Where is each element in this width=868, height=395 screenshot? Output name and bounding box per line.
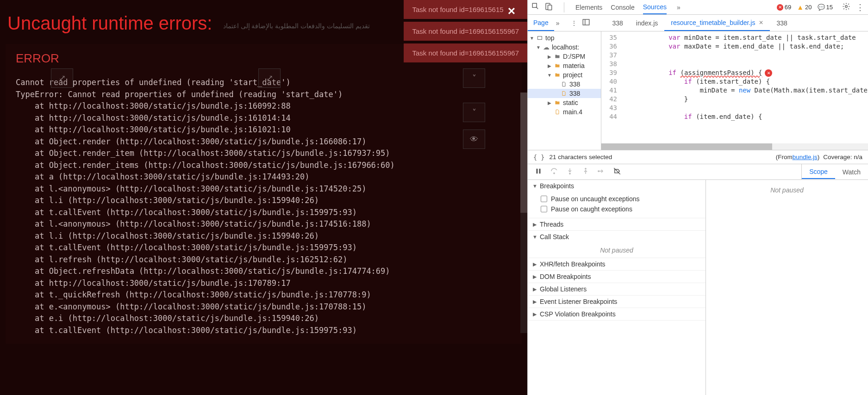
debugger-tools <box>528 164 801 179</box>
tab-sources[interactable]: Sources <box>643 0 667 14</box>
section-threads[interactable]: ▶Threads <box>528 218 706 230</box>
file-tree[interactable]: ▼top ▼☁localhost: ▶D:/SPM▶materia▼projec… <box>528 31 601 150</box>
editor-status-bar: { } 21 characters selected (From bundle.… <box>528 150 868 164</box>
tree-item[interactable]: ▼project <box>528 70 601 80</box>
svg-point-11 <box>585 168 586 169</box>
debugger-toolbar-row: Scope Watch <box>528 164 868 180</box>
tab-console[interactable]: Console <box>611 0 634 14</box>
error-overlay-panel: مراجعة بوابة تقديم التسليمات والدفعات ال… <box>0 0 527 395</box>
tree-item[interactable]: 338 <box>528 80 601 89</box>
section-dom[interactable]: ▶DOM Breakpoints <box>528 271 706 283</box>
from-label: (From <box>776 154 793 160</box>
toast-item: Task not found id=1696156155967 <box>404 43 527 62</box>
ghost-button[interactable]: ˅ <box>463 103 485 122</box>
section-breakpoints[interactable]: ▼Breakpoints <box>528 180 706 192</box>
selection-info: 21 characters selected <box>549 154 612 160</box>
tree-item[interactable]: ▶materia <box>528 61 601 70</box>
page-more-icon[interactable]: » <box>556 19 560 27</box>
close-icon[interactable]: ✕ <box>759 19 763 26</box>
page-tab[interactable]: Page <box>528 15 554 31</box>
svg-point-9 <box>554 173 555 173</box>
code-h-scrollbar[interactable] <box>601 143 868 150</box>
section-global[interactable]: ▶Global Listeners <box>528 283 706 295</box>
section-event[interactable]: ▶Event Listener Breakpoints <box>528 296 706 308</box>
svg-rect-2 <box>548 5 552 10</box>
devtools-panel: Elements Console Sources » ✕69 ▲20 💬15 ⋮… <box>527 0 868 395</box>
warnings-badge[interactable]: ▲20 <box>797 3 812 11</box>
file-tabs: 338 index.js resource_timetable_builder.… <box>606 15 794 31</box>
errors-badge[interactable]: ✕69 <box>777 4 791 11</box>
step-into-icon[interactable] <box>566 167 574 177</box>
inspect-icon[interactable] <box>531 2 540 12</box>
code-content[interactable]: var minDate = item.start_date || task.st… <box>622 31 868 150</box>
svg-rect-7 <box>537 169 538 174</box>
file-tab[interactable]: index.js <box>630 15 664 31</box>
tree-host[interactable]: ▼☁localhost: <box>528 43 601 52</box>
code-editor[interactable]: 35363738394041424344 var minDate = item.… <box>601 31 868 150</box>
svg-rect-6 <box>538 37 542 40</box>
pretty-print-icon[interactable]: { } <box>533 154 549 161</box>
tree-item[interactable]: ▶static <box>528 98 601 107</box>
tree-top[interactable]: ▼top <box>528 33 601 43</box>
ghost-button[interactable]: ⤢ <box>51 68 73 88</box>
info-badge[interactable]: 💬15 <box>818 4 833 11</box>
file-tab[interactable]: 338 <box>770 15 793 31</box>
svg-rect-4 <box>583 19 589 25</box>
section-xhr[interactable]: ▶XHR/fetch Breakpoints <box>528 258 706 270</box>
file-tab[interactable]: 338 <box>606 15 630 31</box>
device-icon[interactable] <box>544 2 553 12</box>
tab-more[interactable]: » <box>677 0 681 14</box>
svg-point-10 <box>569 173 570 174</box>
tree-item[interactable]: ▶D:/SPM <box>528 52 601 61</box>
gear-icon[interactable] <box>842 2 850 12</box>
pause-uncaught-checkbox[interactable]: Pause on uncaught exceptions <box>541 194 701 204</box>
ghost-button[interactable]: ˅ <box>463 68 485 88</box>
scope-not-paused: Not paused <box>770 186 804 194</box>
scope-watch-tabs: Scope Watch <box>801 164 868 179</box>
overlay-scrollbar[interactable] <box>520 93 527 333</box>
pause-caught-checkbox[interactable]: Pause on caught exceptions <box>541 204 701 214</box>
tree-item[interactable]: 338 <box>528 89 601 98</box>
line-gutter: 35363738394041424344 <box>601 31 622 150</box>
svg-point-12 <box>598 171 599 172</box>
from-link[interactable]: bundle.js <box>793 154 818 160</box>
sources-secondary-bar: Page » ⋮ 338 index.js resource_timetable… <box>528 15 868 31</box>
tab-watch[interactable]: Watch <box>835 166 868 179</box>
debugger-sections: ▼Breakpoints Pause on uncaught exception… <box>528 180 706 395</box>
scope-panel: Not paused <box>706 180 868 395</box>
coverage-label: Coverage: n/a <box>823 154 862 160</box>
tree-item[interactable]: main.4 <box>528 107 601 117</box>
deactivate-breakpoints-icon[interactable] <box>613 167 621 177</box>
stack-trace: Cannot read properties of undefined (rea… <box>16 77 512 336</box>
file-tab[interactable]: resource_timetable_builder.js✕ <box>664 15 770 31</box>
close-icon[interactable]: × <box>508 4 515 19</box>
toast-item: Task not found id=1696156155967 <box>404 22 527 41</box>
devtools-main-tabs: Elements Console Sources » ✕69 ▲20 💬15 ⋮ <box>528 0 868 15</box>
section-csp[interactable]: ▶CSP Violation Breakpoints <box>528 308 706 320</box>
toggle-navigator-icon[interactable] <box>582 18 590 28</box>
tab-elements[interactable]: Elements <box>575 0 602 14</box>
ghost-button[interactable]: ⤢ <box>258 68 281 88</box>
tab-scope[interactable]: Scope <box>802 165 835 179</box>
bg-arabic-text: تقديم التسليمات والدفعات المطلوبة بالإضا… <box>223 22 370 30</box>
ghost-button[interactable]: 👁 <box>463 130 485 149</box>
pause-icon[interactable] <box>534 167 543 177</box>
page-kebab-icon[interactable]: ⋮ <box>571 19 577 27</box>
kebab-icon[interactable]: ⋮ <box>856 2 864 12</box>
svg-point-3 <box>845 6 848 8</box>
from-tail: ) <box>818 154 820 160</box>
step-over-icon[interactable] <box>550 167 558 177</box>
error-block: ERROR Cannot read properties of undefine… <box>6 44 522 344</box>
section-callstack[interactable]: ▼Call Stack <box>528 231 706 243</box>
step-icon[interactable] <box>597 167 606 177</box>
svg-rect-8 <box>539 169 541 174</box>
callstack-not-paused: Not paused <box>528 243 706 258</box>
step-out-icon[interactable] <box>581 167 590 177</box>
